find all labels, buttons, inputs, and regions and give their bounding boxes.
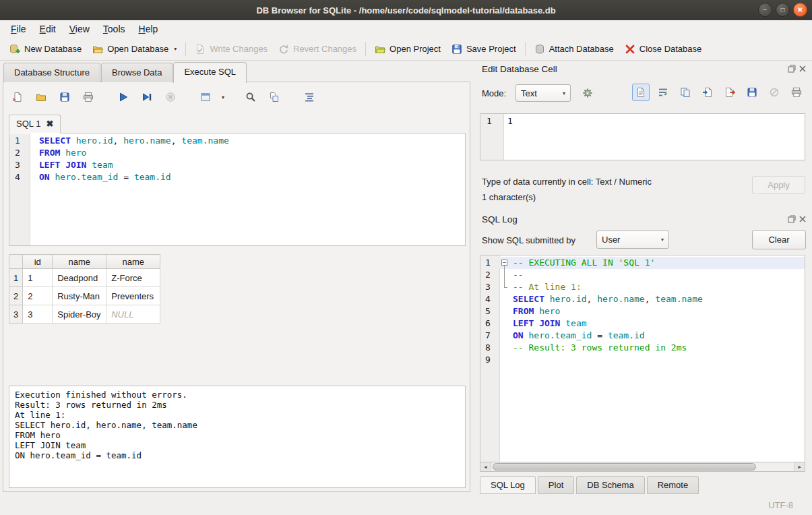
- code-line: 5FROM hero: [480, 305, 805, 317]
- chevron-down-icon[interactable]: ▾: [222, 94, 224, 100]
- sql-tab-close-icon[interactable]: ✖: [46, 119, 53, 129]
- export-cell-button[interactable]: [721, 84, 739, 101]
- dock-tab-sql-log[interactable]: SQL Log: [480, 476, 536, 494]
- close-dock-icon[interactable]: [799, 215, 807, 223]
- tab-execute-sql[interactable]: Execute SQL: [173, 62, 247, 83]
- close-icon[interactable]: ✕: [793, 3, 807, 17]
- log-filter-combo[interactable]: User ▾: [596, 231, 669, 249]
- export-cell-icon: [724, 87, 735, 98]
- row-number[interactable]: 3: [9, 305, 23, 324]
- result-cell[interactable]: 2: [23, 287, 53, 305]
- result-cell[interactable]: Preventers: [106, 287, 160, 305]
- null-cell-button[interactable]: [766, 84, 783, 101]
- code-line: 8-- Result: 3 rows returned in 2ms: [480, 342, 805, 354]
- save-sql-button[interactable]: [56, 88, 73, 106]
- tab-browse-data[interactable]: Browse Data: [101, 63, 173, 82]
- open-project-button[interactable]: Open Project: [369, 40, 446, 58]
- mode-combo[interactable]: Text ▾: [516, 84, 571, 102]
- close-database-button[interactable]: Close Database: [619, 40, 708, 58]
- dock-tab-plot[interactable]: Plot: [538, 476, 574, 494]
- row-number[interactable]: 2: [9, 287, 23, 305]
- execute-line-button[interactable]: [138, 88, 156, 106]
- code-line: 9: [480, 354, 805, 366]
- row-number[interactable]: 1: [9, 269, 23, 287]
- scrollbar-thumb[interactable]: [493, 463, 756, 471]
- tab-database-structure[interactable]: Database Structure: [3, 63, 100, 82]
- write-changes-button[interactable]: Write Changes: [189, 40, 273, 58]
- find-button[interactable]: [242, 88, 259, 106]
- scrollbar-track[interactable]: [491, 462, 794, 471]
- message-pane[interactable]: Execution finished without errors. Resul…: [9, 386, 466, 488]
- horizontal-scrollbar[interactable]: ◀ ▶: [480, 462, 805, 472]
- menu-help[interactable]: Help: [132, 21, 165, 37]
- import-cell-button[interactable]: [699, 84, 716, 101]
- copy-cell-button[interactable]: [677, 84, 694, 101]
- line-number: 7: [480, 330, 499, 342]
- revert-changes-icon: [278, 44, 289, 55]
- edit-cell-dock-buttons: [788, 65, 807, 73]
- open-database-button[interactable]: Open Database▾: [87, 40, 182, 58]
- result-cell[interactable]: 1: [23, 269, 53, 287]
- column-header-name[interactable]: name: [106, 255, 160, 269]
- code-text: FROM hero: [30, 147, 86, 159]
- print-button[interactable]: [80, 88, 97, 106]
- sql-log-dock-buttons: [788, 215, 807, 223]
- menu-file[interactable]: File: [4, 21, 33, 37]
- close-dock-icon[interactable]: [799, 65, 807, 73]
- toolbar-button-label: New Database: [24, 44, 82, 54]
- result-cell[interactable]: Spider-Boy: [53, 305, 106, 324]
- attach-database-icon: [534, 44, 545, 55]
- sql-tab[interactable]: SQL 1 ✖: [9, 115, 61, 133]
- line-number: 5: [480, 305, 499, 317]
- menu-tools[interactable]: Tools: [96, 21, 132, 37]
- cell-value: 1: [503, 115, 513, 127]
- column-header-id[interactable]: id: [23, 255, 53, 269]
- maximize-icon[interactable]: □: [776, 3, 790, 17]
- result-cell[interactable]: Z-Force: [106, 269, 160, 287]
- results-area: idnamename11DeadpondZ-Force22Rusty-ManPr…: [9, 254, 160, 324]
- save-cell-button[interactable]: [743, 84, 761, 101]
- column-header-name[interactable]: name: [53, 255, 106, 269]
- mode-combo-value: Text: [521, 88, 537, 98]
- stop-button[interactable]: [162, 88, 179, 106]
- sql-log-editor[interactable]: 1−-- EXECUTING ALL IN 'SQL 1'2--3-- At l…: [480, 255, 805, 472]
- code-text: SELECT hero.id, hero.name, team.name: [510, 293, 703, 305]
- new-tab-button[interactable]: [9, 88, 26, 106]
- result-cell[interactable]: Deadpond: [53, 269, 106, 287]
- chevron-down-icon[interactable]: ▾: [174, 46, 177, 52]
- results-grid[interactable]: idnamename11DeadpondZ-Force22Rusty-ManPr…: [9, 254, 160, 324]
- cell-editor[interactable]: 1 1: [480, 113, 805, 160]
- clear-button[interactable]: Clear: [752, 230, 806, 249]
- save-project-button[interactable]: Save Project: [446, 40, 522, 58]
- float-dock-icon[interactable]: [788, 65, 796, 73]
- right-panel: Edit Database Cell Mode: Text ▾ 1 1 Type…: [474, 61, 812, 495]
- dock-tab-remote[interactable]: Remote: [647, 476, 699, 494]
- scroll-right-icon[interactable]: ▶: [794, 462, 805, 471]
- open-sql-button[interactable]: [32, 88, 50, 106]
- apply-button[interactable]: Apply: [752, 176, 805, 194]
- minimize-icon[interactable]: −: [758, 3, 772, 17]
- auto-format-button[interactable]: [579, 84, 596, 102]
- revert-changes-button[interactable]: Revert Changes: [273, 40, 362, 58]
- word-wrap-button[interactable]: [654, 84, 672, 101]
- dock-tab-db-schema[interactable]: DB Schema: [576, 476, 644, 494]
- new-database-button[interactable]: New Database: [4, 40, 87, 58]
- text-mode-button[interactable]: [632, 84, 650, 101]
- result-cell[interactable]: NULL: [106, 305, 160, 324]
- fold-start-icon[interactable]: −: [499, 257, 510, 269]
- print-button[interactable]: [788, 84, 805, 101]
- scroll-left-icon[interactable]: ◀: [480, 462, 491, 471]
- format-button[interactable]: [301, 88, 318, 106]
- menu-edit[interactable]: Edit: [33, 21, 63, 37]
- result-cell[interactable]: Rusty-Man: [53, 287, 106, 305]
- attach-database-button[interactable]: Attach Database: [529, 40, 619, 58]
- execute-all-button[interactable]: [115, 88, 132, 106]
- sql-editor[interactable]: 1SELECT hero.id, hero.name, team.name2FR…: [9, 133, 466, 246]
- result-cell[interactable]: 3: [23, 305, 53, 324]
- open-database-icon: [92, 44, 103, 55]
- replace-button[interactable]: [266, 88, 283, 106]
- float-dock-icon[interactable]: [788, 215, 796, 223]
- menu-view[interactable]: View: [63, 21, 96, 37]
- tab-list-button[interactable]: [197, 88, 214, 106]
- fold-margin: [499, 330, 510, 342]
